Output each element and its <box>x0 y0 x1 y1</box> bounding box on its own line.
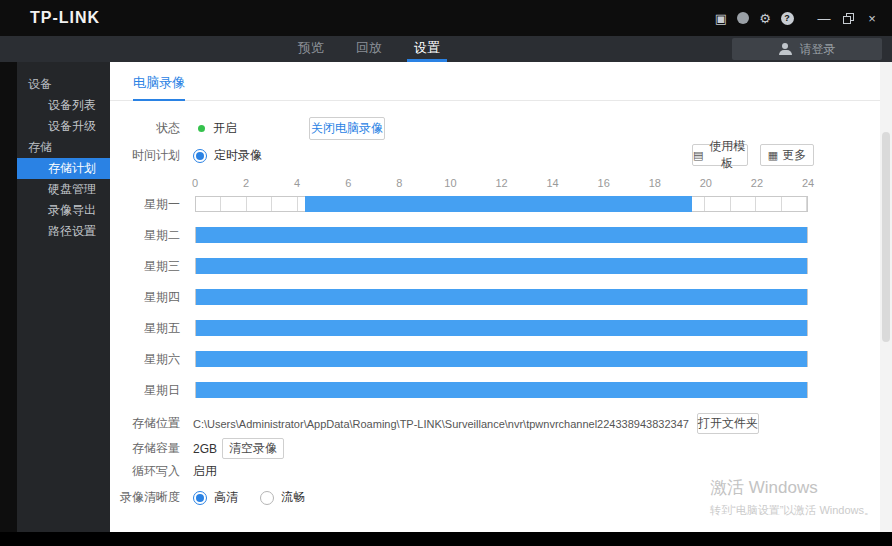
day-label: 星期日 <box>110 382 180 399</box>
scheduled-recording-radio-label: 定时录像 <box>214 147 262 164</box>
day-label: 星期五 <box>110 320 180 337</box>
schedule-grid[interactable] <box>195 382 808 398</box>
hour-cell[interactable] <box>731 197 756 211</box>
storage-path: C:\Users\Administrator\AppData\Roaming\T… <box>193 418 689 430</box>
day-label: 星期六 <box>110 351 180 368</box>
close-pc-recording-button[interactable]: 关闭电脑录像 <box>309 117 385 140</box>
axis-tick: 14 <box>546 177 558 189</box>
radio-selected-icon[interactable] <box>193 491 207 505</box>
time-plan-label: 时间计划 <box>110 147 180 164</box>
hour-cell[interactable] <box>196 197 221 211</box>
axis-tick: 10 <box>444 177 456 189</box>
schedule-day-row: 星期二 <box>110 227 892 243</box>
login-button[interactable]: 请登录 <box>732 38 882 60</box>
status-label: 状态 <box>110 120 180 137</box>
axis-tick: 12 <box>495 177 507 189</box>
hour-cell[interactable] <box>247 197 272 211</box>
use-template-button[interactable]: ▤使用模板 <box>692 144 748 166</box>
open-folder-button[interactable]: 打开文件夹 <box>697 413 759 434</box>
schedule-bar[interactable] <box>196 382 807 398</box>
sidebar-item[interactable]: 路径设置 <box>17 221 110 242</box>
more-button[interactable]: ▦更多 <box>760 144 814 166</box>
nav-tab[interactable]: 预览 <box>282 36 340 62</box>
scrollbar-thumb[interactable] <box>882 132 890 342</box>
day-label: 星期一 <box>110 196 180 213</box>
status-row: 状态 开启 关闭电脑录像 <box>110 117 892 140</box>
title-bar: TP-LINK ▣ ⚙ ? — × <box>0 0 892 36</box>
loop-write-row: 循环写入 启用 <box>110 463 892 480</box>
theme-icon[interactable] <box>732 7 754 29</box>
axis-tick: 4 <box>294 177 300 189</box>
axis-tick: 24 <box>802 177 814 189</box>
user-icon <box>779 43 792 55</box>
schedule-bar[interactable] <box>196 258 807 274</box>
tab-pc-recording[interactable]: 电脑录像 <box>133 74 185 101</box>
schedule-day-row: 星期五 <box>110 320 892 336</box>
day-label: 星期四 <box>110 289 180 306</box>
schedule-bar[interactable] <box>196 351 807 367</box>
clarity-option-label: 流畅 <box>281 489 305 506</box>
radio-unselected-icon[interactable] <box>260 491 274 505</box>
axis-tick: 2 <box>243 177 249 189</box>
sidebar-item[interactable]: 硬盘管理 <box>17 179 110 200</box>
tp-link-logo: TP-LINK <box>30 9 100 27</box>
schedule-day-row: 星期三 <box>110 258 892 274</box>
hour-cell[interactable] <box>705 197 730 211</box>
hour-cell[interactable] <box>756 197 781 211</box>
axis-tick: 6 <box>345 177 351 189</box>
sidebar-item[interactable]: 设备列表 <box>17 95 110 116</box>
schedule-bar[interactable] <box>305 196 692 212</box>
close-button[interactable]: × <box>860 7 884 29</box>
schedule-grid[interactable] <box>195 351 808 367</box>
status-on-icon <box>198 125 205 132</box>
sidebar-menu: 设备设备列表设备升级存储存储计划硬盘管理录像导出路径设置 <box>17 62 110 532</box>
help-icon[interactable]: ? <box>776 7 798 29</box>
axis-tick: 8 <box>396 177 402 189</box>
day-label: 星期三 <box>110 258 180 275</box>
schedule-day-row: 星期六 <box>110 351 892 367</box>
schedule-grid[interactable] <box>195 289 808 305</box>
settings-gear-icon[interactable]: ⚙ <box>754 7 776 29</box>
sidebar-section-header: 设备 <box>17 74 110 95</box>
restore-icon <box>843 13 854 24</box>
hour-cell[interactable] <box>272 197 297 211</box>
loop-write-value: 启用 <box>193 463 217 480</box>
schedule-grid[interactable] <box>195 258 808 274</box>
vertical-scrollbar[interactable] <box>880 62 892 532</box>
schedule-grid[interactable] <box>195 320 808 336</box>
nav-tab[interactable]: 设置 <box>398 36 456 62</box>
main-content: 电脑录像 状态 开启 关闭电脑录像 时间计划 定时录 <box>110 62 892 532</box>
sidebar-item[interactable]: 设备升级 <box>17 116 110 137</box>
schedule-grid[interactable] <box>195 227 808 243</box>
scheduled-recording-radio[interactable] <box>193 149 207 163</box>
clarity-row: 录像清晰度 高清流畅 <box>110 489 892 506</box>
nav-tab[interactable]: 回放 <box>340 36 398 62</box>
hour-cell[interactable] <box>782 197 807 211</box>
clarity-option[interactable]: 流畅 <box>260 489 305 506</box>
schedule-rows: 星期一星期二星期三星期四星期五星期六星期日 <box>110 196 892 398</box>
storage-capacity-label: 存储容量 <box>110 440 180 457</box>
schedule-bar[interactable] <box>196 320 807 336</box>
template-icon: ▤ <box>693 150 703 161</box>
hour-cell[interactable] <box>221 197 246 211</box>
qr-code-icon[interactable]: ▣ <box>710 7 732 29</box>
schedule-bar[interactable] <box>196 289 807 305</box>
minimize-button[interactable]: — <box>812 7 836 29</box>
storage-location-row: 存储位置 C:\Users\Administrator\AppData\Roam… <box>110 413 892 434</box>
schedule-bar[interactable] <box>196 227 807 243</box>
schedule-grid[interactable] <box>195 196 808 212</box>
axis-tick: 20 <box>700 177 712 189</box>
clarity-option[interactable]: 高清 <box>193 489 238 506</box>
schedule-panel: 024681012141618202224 星期一星期二星期三星期四星期五星期六… <box>110 177 892 398</box>
app-window: TP-LINK ▣ ⚙ ? — × 预览回放设置 请登录 设备设备列表设备升级存… <box>0 0 892 546</box>
schedule-axis: 024681012141618202224 <box>195 177 808 191</box>
schedule-day-row: 星期四 <box>110 289 892 305</box>
sidebar-item[interactable]: 存储计划 <box>17 158 110 179</box>
clear-recordings-button[interactable]: 清空录像 <box>222 438 284 459</box>
status-value: 开启 <box>213 120 237 137</box>
restore-button[interactable] <box>836 7 860 29</box>
sidebar-item[interactable]: 录像导出 <box>17 200 110 221</box>
theme-dot <box>737 12 749 24</box>
clarity-label: 录像清晰度 <box>110 489 180 506</box>
nav-bar: 预览回放设置 请登录 <box>0 36 892 62</box>
